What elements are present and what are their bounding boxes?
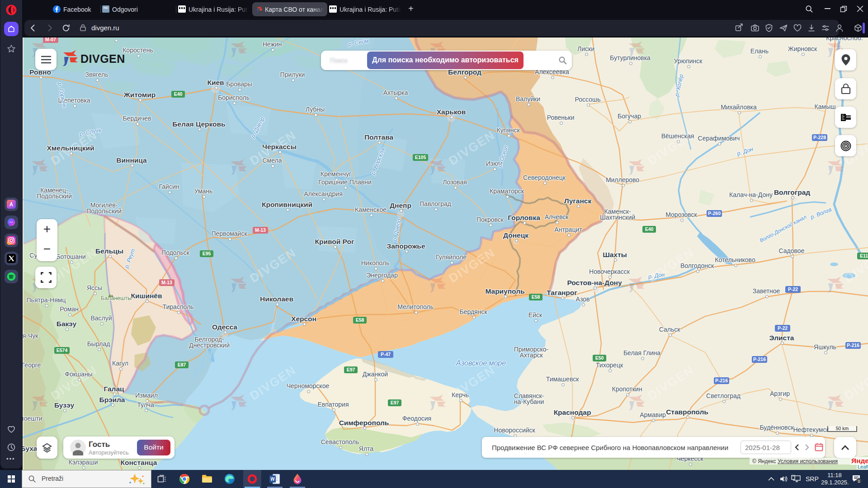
svg-text:1: 1 [858, 479, 860, 483]
